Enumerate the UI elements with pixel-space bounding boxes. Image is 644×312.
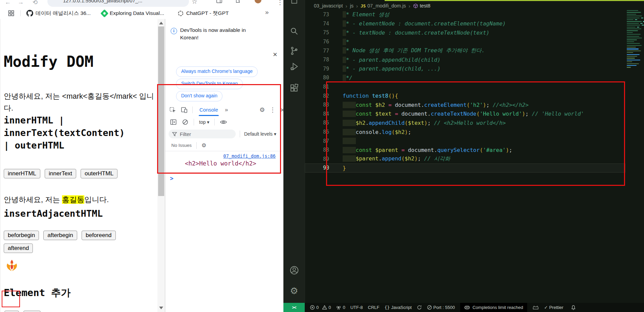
notice-close-icon[interactable]: × [273,50,277,59]
minimap-line [627,48,639,49]
code-text: * Node 생성 후에 기존 DOM Tree에 추가해야 한다. [334,47,485,54]
search-icon[interactable] [289,26,299,36]
code-line-77[interactable]: 77 * Node 생성 후에 기존 DOM Tree에 추가해야 한다. [305,46,625,55]
breadcrumb[interactable]: 03_javascript › js › JS 07_modifi_dom.js… [314,2,430,10]
reload-icon[interactable]: ⟲ [33,0,38,6]
address-bar[interactable]: 127.0.0.1:5500/03_javascript/07_... [47,0,189,7]
encoding-indicator[interactable]: UTF-8 [350,305,363,310]
language-indicator[interactable]: {} JavaScript [385,305,412,310]
problems-indicator[interactable]: 0 0 [310,305,331,310]
ports-indicator[interactable]: 0 [336,305,345,310]
bookmarks-overflow-icon[interactable]: » [265,8,269,16]
extensions-puzzle-icon[interactable] [235,0,241,4]
minimap-line [627,56,637,57]
remote-indicator[interactable]: >< [283,303,305,312]
beforeend-button[interactable]: beforeend [82,231,116,240]
back-icon[interactable]: ← [5,0,11,6]
code-line-76[interactable]: 76 * [305,37,625,46]
symbol-cube-icon [413,3,418,8]
scroll-up-icon[interactable] [159,22,163,24]
afterend-button[interactable]: afterend [4,243,33,253]
bookmark-chatgpt[interactable]: ChatGPT - 챗GPT [177,7,229,19]
cat-icon[interactable] [532,305,539,310]
bookmarks-bar: 데이터 애널리시스 36... Exploring Data Visual...… [0,7,283,19]
run-debug-icon[interactable] [289,62,299,71]
explorer-icon[interactable] [290,0,299,5]
heading-innerhtml: innerHTML | innerText(textContent) | out… [4,114,134,152]
minimap-line [627,36,639,37]
bookmark-github[interactable]: 데이터 애널리시스 36... [26,7,91,19]
account-icon[interactable] [289,265,299,275]
settings-gear-icon[interactable]: ⚙ [290,286,298,296]
code-line-79[interactable]: 79 * - parent.append(child, ...) [305,64,625,74]
match-language-button[interactable]: Always match Chrome's language [176,66,258,77]
minimap-line [627,30,638,31]
paragraph-marked: 안녕하세요, 저는 홍길동입니다. [4,195,109,205]
forward-icon[interactable]: → [18,0,24,6]
minimap[interactable] [626,8,644,300]
minimap-line [627,18,640,18]
afterbegin-button[interactable]: afterbegin [43,231,77,240]
apps-grid-icon[interactable] [8,10,14,16]
sync-icon[interactable] [417,305,422,310]
bookmark-star-icon[interactable]: ☆ [192,0,197,5]
scroll-down-icon[interactable] [159,307,163,309]
check-icon: ✓ [544,305,548,310]
formatter-indicator[interactable]: ✓ Prettier [544,305,563,310]
minimap-fleck [641,18,643,18]
copilot-status[interactable]: Completions limit reached [460,303,527,312]
code-line-80[interactable]: 80 */ [305,73,625,82]
annotation-box-code [326,81,625,186]
minimap-fleck [640,23,643,24]
console-prompt-icon[interactable]: > [170,175,173,182]
minimap-line [627,21,642,22]
bookmark-label: Exploring Data Visual... [110,10,164,16]
code-line-78[interactable]: 78 * - parent.appendChild(child) [305,55,625,64]
minimap-fleck [637,27,639,27]
web-page: Modify DOM 안녕하세요, 저는 <mark<홍길동</mark< 입니… [0,19,158,312]
chevron-right-icon: › [355,3,359,9]
breadcrumb-folder[interactable]: 03_javascript [314,3,343,8]
breadcrumb-symbol[interactable]: test8 [420,3,430,8]
img-button[interactable]: img [23,311,41,312]
minimap-line [627,14,636,15]
browser-menu-icon[interactable]: ⋮ [277,0,283,6]
chevron-right-icon: › [344,3,348,9]
minimap-line [627,28,641,29]
extensions-icon[interactable] [289,83,299,93]
code-line-73[interactable]: 73 * Element 생성 [305,10,625,19]
minimap-line [627,43,640,44]
minimap-line [627,12,641,13]
code-line-74[interactable]: 74 * - elementNode : document.createElem… [305,19,625,28]
code-text: * - elementNode : document.createElement… [334,20,506,27]
copilot-icon [464,305,470,310]
innertext-button[interactable]: innerText [45,169,76,178]
browser-toolbar: ← → ⟲ 127.0.0.1:5500/03_javascript/07_..… [0,0,283,7]
bookmark-label: ChatGPT - 챗GPT [186,10,229,17]
minimap-line [627,27,636,27]
eol-indicator[interactable]: CRLF [368,305,380,310]
js-file-icon: JS [361,3,366,8]
beforbegin-button[interactable]: beforbegin [4,231,39,240]
source-control-icon[interactable] [289,46,299,56]
github-icon [26,10,33,17]
port-indicator[interactable]: Port : 5500 [427,305,455,310]
editor-top-accent [385,0,644,1]
profile-avatar[interactable] [255,0,261,3]
outerhtml-button[interactable]: outerHTML [81,169,117,178]
breadcrumb-file[interactable]: 07_modifi_dom.js [367,3,406,8]
minimap-line [627,39,637,40]
breadcrumb-subfolder[interactable]: js [350,3,353,8]
minimap-line [627,45,642,46]
h2-button[interactable]: h2 [4,311,19,312]
side-panel-icon[interactable] [216,0,222,4]
bell-icon[interactable] [571,305,576,310]
bookmark-exploring-data[interactable]: Exploring Data Visual... [102,7,164,19]
minimap-line [627,34,641,35]
innerhtml-button[interactable]: innerHTML [4,169,40,178]
code-line-75[interactable]: 75 * - textNode : document.createTextNod… [305,28,625,37]
line-number: 79 [305,66,334,72]
minimap-line [627,52,633,53]
button-row-insert: beforbegin afterbegin beforeend afterend [4,231,117,253]
button-row-inner: innerHTML innerText outerHTML [4,169,117,178]
